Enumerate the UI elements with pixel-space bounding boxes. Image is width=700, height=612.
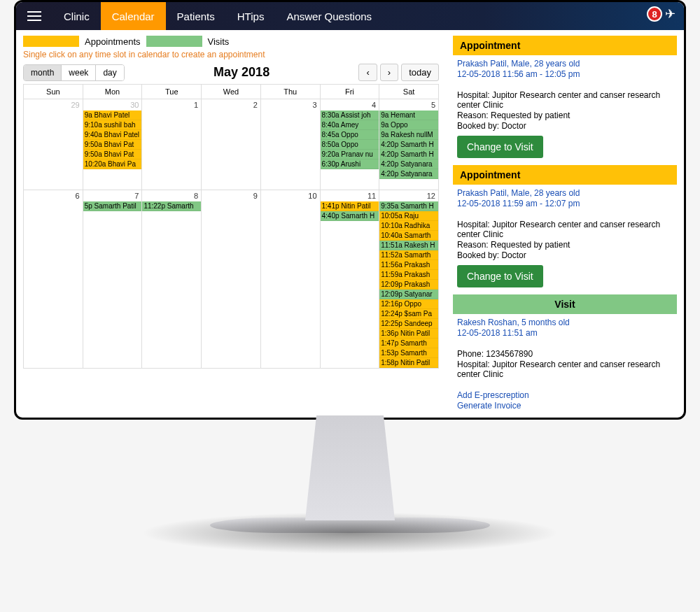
calendar-event[interactable]: 8:50a Oppo	[321, 140, 379, 150]
calendar-event[interactable]: 8:45a Oppo	[321, 130, 379, 140]
calendar-event[interactable]: 9a Bhavi Patel	[83, 111, 142, 120]
week-button[interactable]: week	[62, 65, 96, 80]
calendar-event[interactable]: 12:25p Sandeep	[379, 319, 438, 329]
today-button[interactable]: today	[401, 64, 439, 81]
day-cell[interactable]: 75p Samarth Patil	[83, 190, 142, 369]
reason-text: Reason: Requested by patient	[457, 111, 677, 120]
day-cell[interactable]: 2	[202, 99, 261, 190]
calendar-event[interactable]: 4:40p Samarth H	[321, 211, 379, 221]
calendar-event[interactable]: 12:09p Satyanar	[379, 290, 438, 299]
nav-clinic[interactable]: Clinic	[52, 2, 101, 30]
day-number: 1	[142, 99, 201, 111]
month-button[interactable]: month	[24, 65, 62, 80]
time-link[interactable]: 12-05-2018 11:56 am - 12:05 pm	[457, 69, 677, 79]
time-link[interactable]: 12-05-2018 11:59 am - 12:07 pm	[457, 199, 677, 208]
calendar-event[interactable]: 10:20a Bhavi Pa	[83, 159, 142, 169]
calendar-event[interactable]: 4:20p Samarth H	[379, 150, 438, 159]
prev-button[interactable]: ‹	[358, 64, 377, 81]
calendar-event[interactable]: 10:05a Raju	[379, 211, 438, 221]
calendar-event[interactable]: 1:58p Nitin Patil	[379, 358, 438, 368]
calendar-event[interactable]: 12:09p Prakash	[379, 280, 438, 290]
appt-card: Prakash Patil, Male, 28 years old12-05-2…	[453, 185, 677, 294]
calendar-event[interactable]: 12:24p $sam Pa	[379, 309, 438, 319]
generate-invoice-link[interactable]: Generate Invoice	[457, 401, 677, 411]
calendar-event[interactable]: 11:22p Samarth	[142, 201, 201, 211]
calendar-event[interactable]: 9a Rakesh nullM	[379, 130, 438, 140]
topbar: ClinicCalendarPatientsHTipsAnswer Questi…	[16, 2, 684, 30]
nav-calendar[interactable]: Calendar	[101, 2, 166, 30]
booked-text: Booked by: Doctor	[457, 121, 677, 131]
app-window: ClinicCalendarPatientsHTipsAnswer Questi…	[14, 0, 686, 420]
notification-badge: 8	[647, 6, 662, 22]
calendar-event[interactable]: 6:30p Arushi	[321, 159, 379, 169]
day-number: 2	[202, 99, 260, 111]
calendar-event[interactable]: 9a Hemant	[379, 111, 438, 120]
calendar-event[interactable]: 4:20p Satyanara	[379, 159, 438, 169]
calendar-event[interactable]: 11:59a Prakash	[379, 270, 438, 280]
change-to-visit-button[interactable]: Change to Visit	[457, 136, 543, 158]
day-cell[interactable]: 29	[24, 99, 83, 190]
hamburger-icon[interactable]	[22, 2, 47, 30]
detail-panel: AppointmentPrakash Patil, Male, 28 years…	[446, 30, 684, 418]
calendar-event[interactable]: 1:41p Nitin Patil	[321, 201, 379, 211]
booked-text: Booked by: Doctor	[457, 250, 677, 260]
change-to-visit-button[interactable]: Change to Visit	[457, 265, 543, 287]
visits-swatch	[146, 36, 202, 47]
day-cell[interactable]: 6	[24, 190, 83, 369]
calendar-event[interactable]: 11:56a Prakash	[379, 260, 438, 270]
calendar-event[interactable]: 9:20a Pranav nu	[321, 150, 379, 159]
day-cell[interactable]: 1	[142, 99, 202, 190]
calendar-event[interactable]: 9a Oppo	[379, 120, 438, 130]
appt-header: Appointment	[453, 165, 677, 185]
calendar-event[interactable]: 9:10a sushil bah	[83, 120, 142, 130]
day-cell[interactable]: 48:30a Assist joh8:40a Amey8:45a Oppo8:5…	[320, 99, 379, 190]
day-cell[interactable]: 811:22p Samarth	[142, 190, 202, 369]
calendar-event[interactable]: 11:52a Samarth	[379, 250, 438, 260]
day-cell[interactable]: 129:35a Samarth H10:05a Raju10:10a Radhi…	[379, 190, 439, 369]
add-eprescription-link[interactable]: Add E-prescreption	[457, 390, 677, 400]
day-cell[interactable]: 9	[202, 190, 261, 369]
calendar-event[interactable]: 10:10a Radhika	[379, 221, 438, 231]
calendar-event[interactable]: 8:30a Assist joh	[321, 111, 379, 120]
day-header: Tue	[142, 85, 202, 99]
time-link[interactable]: 12-05-2018 11:51 am	[457, 328, 677, 338]
view-toggle: month week day	[23, 64, 125, 81]
day-cell[interactable]: 10	[260, 190, 320, 369]
calendar-title: May 2018	[214, 65, 270, 80]
next-button[interactable]: ›	[380, 64, 398, 81]
day-header: Wed	[202, 85, 261, 99]
calendar-event[interactable]: 5p Samarth Patil	[83, 201, 142, 211]
day-header: Thu	[260, 85, 320, 99]
calendar-event[interactable]: 9:35a Samarth H	[379, 201, 438, 211]
day-cell[interactable]: 111:41p Nitin Patil4:40p Samarth H	[320, 190, 379, 369]
appt-card: Prakash Patil, Male, 28 years old12-05-2…	[453, 55, 677, 165]
calendar-event[interactable]: 9:50a Bhavi Pat	[83, 140, 142, 150]
calendar-event[interactable]: 4:20p Samarth H	[379, 140, 438, 150]
calendar-event[interactable]: 9:40a Bhavi Patel	[83, 130, 142, 140]
patient-link[interactable]: Rakesh Roshan, 5 months old	[457, 318, 677, 327]
calendar-event[interactable]: 4:20p Satyanara	[379, 169, 438, 179]
calendar-event[interactable]: 12:16p Oppo	[379, 299, 438, 309]
nav-htips[interactable]: HTips	[226, 2, 276, 30]
help-text: Single click on any time slot in calenda…	[23, 50, 439, 59]
calendar-event[interactable]: 11:51a Rakesh H	[379, 241, 438, 250]
calendar-event[interactable]: 8:40a Amey	[321, 120, 379, 130]
calendar-event[interactable]: 10:40a Samarth	[379, 231, 438, 241]
nav-patients[interactable]: Patients	[166, 2, 226, 30]
calendar-event[interactable]: 1:47p Samarth	[379, 339, 438, 348]
calendar-event[interactable]: 1:36p Nitin Patil	[379, 329, 438, 339]
day-cell[interactable]: 309a Bhavi Patel9:10a sushil bah9:40a Bh…	[83, 99, 142, 190]
calendar-grid: SunMonTueWedThuFriSat 29309a Bhavi Patel…	[23, 84, 439, 369]
day-button[interactable]: day	[96, 65, 123, 80]
calendar-event[interactable]: 9:50a Bhavi Pat	[83, 150, 142, 159]
patient-link[interactable]: Prakash Patil, Male, 28 years old	[457, 188, 677, 198]
nav-answer-questions[interactable]: Answer Questions	[275, 2, 383, 30]
calendar-event[interactable]: 1:53p Samarth	[379, 348, 438, 358]
visits-label: Visits	[208, 36, 230, 47]
visit-card: Rakesh Roshan, 5 months old12-05-2018 11…	[453, 314, 677, 418]
day-cell[interactable]: 3	[260, 99, 320, 190]
hospital-text: Hospital: Jupitor Research center and ca…	[457, 360, 677, 379]
day-cell[interactable]: 59a Hemant9a Oppo9a Rakesh nullM4:20p Sa…	[379, 99, 439, 190]
notifications[interactable]: 8 ✈	[647, 6, 676, 22]
patient-link[interactable]: Prakash Patil, Male, 28 years old	[457, 59, 677, 69]
